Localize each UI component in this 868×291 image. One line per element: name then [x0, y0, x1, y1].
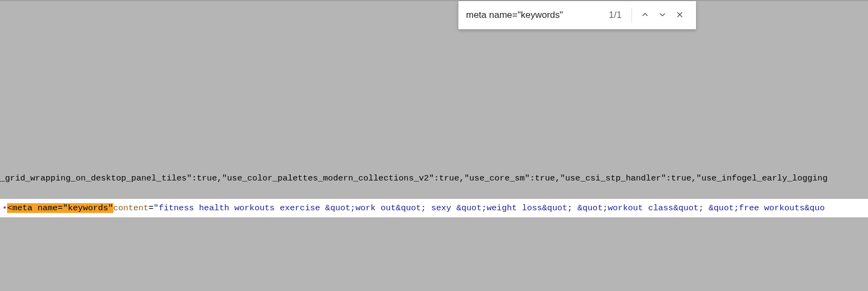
find-divider: [631, 8, 632, 23]
attr-equals: =: [149, 203, 154, 213]
chevron-down-icon: [658, 10, 667, 21]
attr-content-name: content: [113, 203, 149, 213]
close-icon: [675, 10, 685, 21]
find-previous-button[interactable]: [636, 7, 654, 24]
source-line-1[interactable]: _grid_wrapping_on_desktop_panel_tiles":t…: [0, 171, 868, 186]
window-top-border: [0, 0, 868, 1]
find-next-button[interactable]: [654, 7, 671, 24]
find-close-button[interactable]: [671, 7, 688, 24]
find-input[interactable]: [466, 10, 603, 21]
source-line-2[interactable]: •<meta name="keywords" content="fitness …: [0, 199, 868, 217]
line-marker-icon: •: [2, 203, 7, 213]
find-in-page-bar: 1/1: [458, 1, 696, 29]
attr-content-value: "fitness health workouts exercise &quot;…: [154, 203, 825, 213]
find-match-count: 1/1: [609, 10, 622, 21]
find-match-highlight: <meta name="keywords": [7, 203, 113, 213]
chevron-up-icon: [640, 10, 650, 21]
source-text: _grid_wrapping_on_desktop_panel_tiles":t…: [0, 173, 827, 183]
